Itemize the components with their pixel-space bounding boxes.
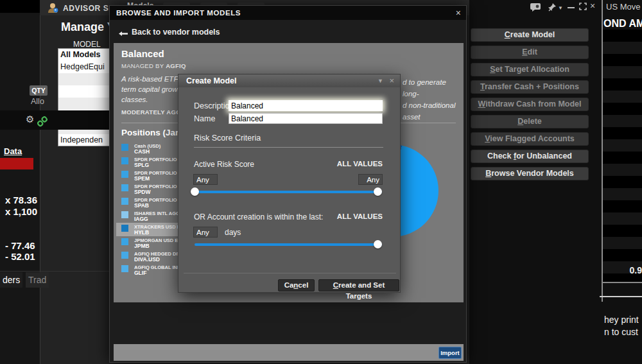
managed-by-prefix: MANAGED BY <box>121 62 166 69</box>
risk-max-field[interactable] <box>358 174 383 185</box>
withdraw-cash-button[interactable]: Withdraw Cash from Model <box>471 98 589 111</box>
name-field[interactable] <box>229 113 383 124</box>
model-list-item[interactable]: Independen <box>58 134 111 146</box>
active-risk-summary: ALL VALUES <box>325 160 383 168</box>
browse-vendor-models-button[interactable]: Browse Vendor Models <box>471 167 589 180</box>
advisor-avatar-icon <box>48 2 59 14</box>
import-button[interactable]: Import <box>438 347 462 359</box>
model-name: Balanced <box>121 48 164 59</box>
name-label: Name <box>194 114 215 123</box>
data-link[interactable]: Data <box>4 146 22 156</box>
left-rail <box>0 0 40 364</box>
model-list-label: MODEL <box>73 40 101 49</box>
risk-min-field[interactable] <box>193 174 218 185</box>
position-ticker: SPEM <box>134 175 150 182</box>
toolbar-strip <box>0 110 109 130</box>
ticker-fragment: OND AMN <box>603 18 642 30</box>
days-field[interactable] <box>193 227 218 238</box>
edit-button[interactable]: Edit <box>471 46 589 59</box>
position-ticker: JPMB <box>134 243 150 249</box>
description-line: d to generate long- <box>403 76 464 100</box>
position-color-swatch <box>121 211 128 218</box>
model-list-item[interactable]: All Models <box>58 49 111 61</box>
set-target-allocation-button[interactable]: Set Target Allocation <box>471 63 589 76</box>
vendor-name: AGFIQ <box>166 62 186 69</box>
position-color-swatch <box>121 252 128 259</box>
model-list-item[interactable] <box>58 73 111 85</box>
account-creation-summary: ALL VALUES <box>325 212 383 220</box>
minimize-icon[interactable] <box>568 7 575 8</box>
managed-by: MANAGED BY AGFIQ <box>121 62 186 69</box>
risk-score-criteria-title: Risk Score Criteria <box>194 134 261 143</box>
status-red-bar <box>0 158 33 169</box>
chat-icon[interactable] <box>530 3 541 12</box>
model-list-item[interactable] <box>58 98 111 110</box>
caret-down-icon[interactable]: ▼ <box>377 78 383 84</box>
cancel-button[interactable]: Cancel <box>278 279 315 291</box>
position-ticker: DIVA.USD <box>134 256 160 263</box>
position-color-swatch <box>121 238 128 245</box>
left-rail-top <box>0 0 40 13</box>
link-chain-icon[interactable] <box>37 116 48 127</box>
create-model-button[interactable]: Create Model <box>471 28 589 42</box>
position-color-swatch <box>121 265 128 272</box>
dialog-footer <box>114 344 464 361</box>
active-risk-score-label: Active Risk Score <box>194 160 254 169</box>
table-value: 0.9 <box>616 265 642 275</box>
close-icon[interactable]: × <box>590 1 595 11</box>
quote-value: - 77.46 <box>5 240 35 251</box>
days-unit-label: days <box>225 228 241 237</box>
create-model-dialog: Create Model ▼ × Description Name Risk S… <box>178 74 401 293</box>
pin-icon[interactable] <box>548 3 557 12</box>
back-to-vendor-models-link[interactable]: Back to vendor models <box>132 28 220 37</box>
tab-orders[interactable]: ders <box>0 272 22 288</box>
model-list-item[interactable] <box>58 85 111 98</box>
risk-slider-track[interactable] <box>195 191 382 193</box>
gear-icon[interactable]: ⚙ <box>26 114 34 125</box>
position-ticker: CASH <box>134 148 150 155</box>
position-ticker: IAGG <box>134 216 148 222</box>
caret-down-icon[interactable]: ▼ <box>558 5 563 11</box>
app-root: ADVISOR SETUP Models Manage Yo MODEL All… <box>0 0 642 364</box>
check-for-unbalanced-button[interactable]: Check for Unbalanced <box>471 150 589 163</box>
maximize-icon[interactable] <box>579 3 587 10</box>
delete-button[interactable]: Delete <box>471 115 589 128</box>
transfer-cash-positions-button[interactable]: Transfer Cash + Positions <box>471 80 589 94</box>
position-ticker: HYLB <box>134 229 149 236</box>
us-movers-label[interactable]: US Move <box>606 2 640 12</box>
risk-slider-handle-max[interactable] <box>374 187 382 196</box>
back-arrow-icon[interactable] <box>119 31 128 37</box>
alloc-label: Allo <box>31 97 44 106</box>
model-listbox[interactable]: All Models HedgedEqui Independen <box>58 48 112 146</box>
close-icon[interactable]: × <box>389 76 394 85</box>
days-slider-track[interactable] <box>195 243 382 246</box>
position-color-swatch <box>121 144 128 151</box>
account-creation-label: OR Account creation is within the last: <box>194 212 323 221</box>
position-ticker: GLIF <box>134 270 146 276</box>
position-color-swatch <box>121 198 128 205</box>
description-field[interactable] <box>229 100 383 111</box>
position-color-swatch <box>121 157 128 164</box>
quote-value: - 52.01 <box>5 251 35 262</box>
quote-value: x 78.36 <box>5 195 37 205</box>
table-divider <box>602 282 642 283</box>
tab-trades[interactable]: Trad <box>26 272 49 288</box>
position-color-swatch <box>121 184 128 191</box>
qty-button[interactable]: QTY <box>30 85 48 96</box>
description-line: d non-traditional asset <box>403 100 464 123</box>
quote-value: x 1,100 <box>5 206 37 217</box>
view-flagged-accounts-button[interactable]: View Flagged Accounts <box>471 132 589 146</box>
days-slider-handle[interactable] <box>374 240 382 248</box>
model-list-item[interactable]: HedgedEqui <box>58 61 111 73</box>
market-table <box>603 30 642 282</box>
create-and-set-targets-button[interactable]: Create and Set Targets <box>318 279 399 291</box>
window-edge <box>600 296 642 297</box>
dialog-title: Create Model <box>178 74 400 87</box>
risk-slider-handle-min[interactable] <box>191 187 199 196</box>
dialog-title: BROWSE AND IMPORT MODELS <box>110 6 466 20</box>
model-description-continued: d to generate long- d non-traditional as… <box>403 76 464 123</box>
separator <box>184 273 396 273</box>
close-icon[interactable]: × <box>456 8 461 18</box>
position-color-swatch <box>121 171 128 178</box>
position-ticker: SPLG <box>134 162 149 168</box>
